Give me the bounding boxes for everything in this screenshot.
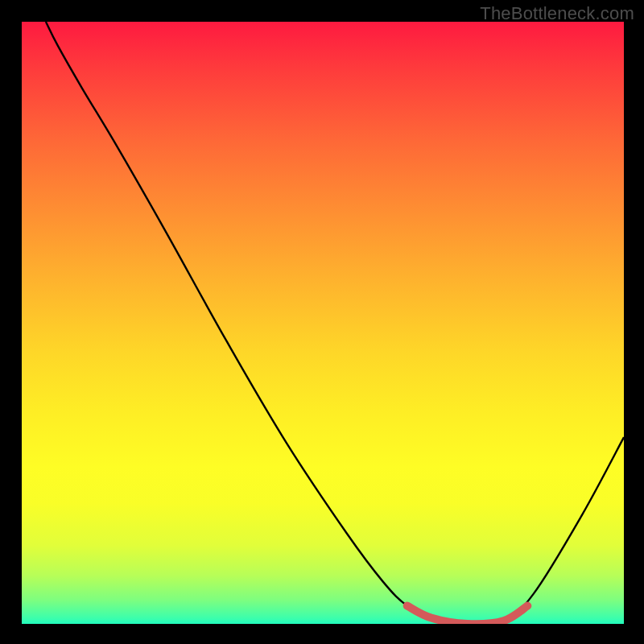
curve-svg xyxy=(22,22,624,624)
chart-container: TheBottleneck.com xyxy=(0,0,644,644)
bottleneck-curve-path xyxy=(46,22,624,624)
plot-area xyxy=(22,22,624,624)
sweet-spot-path xyxy=(407,606,528,624)
attribution-text: TheBottleneck.com xyxy=(480,3,634,24)
